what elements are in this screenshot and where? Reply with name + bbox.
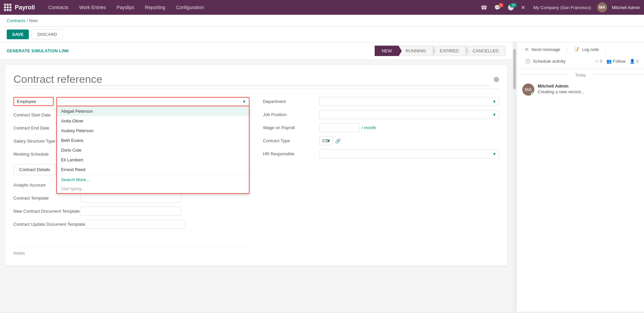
wage-input[interactable]: $0.00 [319, 123, 360, 132]
dropdown-item-4[interactable]: Doris Cole [57, 145, 249, 155]
company-name: My Company (San Francisco) [533, 5, 591, 10]
tab-contract-details[interactable]: Contract Details [13, 164, 56, 175]
log-note-label: Log note [582, 47, 599, 52]
activity-icon[interactable]: 🕐 39 [505, 4, 516, 11]
job-position-label: Job Position [263, 110, 317, 117]
log-note-icon: 📝 [574, 47, 579, 52]
status-step-running[interactable]: RUNNING [398, 46, 433, 56]
dropdown-item-1[interactable]: Anita Oliver [57, 116, 249, 126]
schedule-activity-label: Schedule activity [533, 59, 566, 64]
form-scrollbar[interactable] [513, 42, 517, 312]
hr-responsible-label: HR Responsible [263, 149, 317, 156]
department-field: Department ▼ [263, 97, 499, 106]
contract-template-label: Contract Template [13, 196, 80, 201]
new-contract-doc-template-field: New Contract Document Template [13, 207, 250, 216]
nav-configuration[interactable]: Configuration [171, 0, 209, 15]
discard-button[interactable]: DISCARD [32, 30, 63, 39]
phone-icon[interactable]: ☎ [479, 4, 489, 11]
breadcrumb-parent[interactable]: Contracts [7, 18, 25, 23]
app-brand: Payroll [15, 4, 35, 11]
contract-template-field: Contract Template [13, 194, 250, 203]
hr-responsible-field: HR Responsible ▼ [263, 149, 499, 158]
notes-label: Notes [13, 251, 250, 256]
follow-button[interactable]: 👥 Follow [606, 59, 626, 64]
form-left-col: Employee ▼ Abigail Peterson Anita Oliver… [13, 97, 250, 258]
job-position-field: Job Position ▼ [263, 110, 499, 119]
top-navigation: Payroll Contracts Work Entries Payslips … [0, 0, 644, 15]
contract-title-row [13, 73, 499, 89]
online-dot [531, 92, 534, 95]
job-position-wrapper: ▼ [319, 110, 499, 119]
dropdown-item-3[interactable]: Beth Evans [57, 136, 249, 145]
nav-contracts[interactable]: Contracts [43, 0, 74, 15]
hr-responsible-select[interactable] [319, 149, 499, 158]
form-card: Employee ▼ Abigail Peterson Anita Oliver… [5, 65, 507, 266]
start-typing-hint: Start typing... [57, 185, 249, 193]
close-icon[interactable]: ✕ [519, 4, 527, 11]
nav-work-entries[interactable]: Work Entries [74, 0, 111, 15]
send-message-button[interactable]: ✉ Send message [522, 46, 563, 53]
chatter-divider-2 [606, 46, 606, 53]
department-select[interactable] [319, 97, 499, 106]
notes-section: Notes [13, 246, 250, 256]
log-note-button[interactable]: 📝 Log note [571, 46, 601, 53]
contract-template-select[interactable] [80, 194, 181, 203]
scrollbar-thumb[interactable] [513, 49, 516, 89]
star-section: ☆ 0 [595, 59, 602, 64]
breadcrumb-separator: / [26, 18, 29, 23]
hr-responsible-wrapper: ▼ [319, 149, 499, 158]
dropdown-item-0[interactable]: Abigail Peterson [57, 106, 249, 116]
contract-type-select[interactable]: CDI [319, 136, 333, 145]
main-layout: GENERATE SIMULATION LINK NEW RUNNING EXP… [0, 42, 644, 312]
chatter-message-content-0: Mitchell Admin Creating a new record... [538, 84, 639, 96]
topnav-right-section: ☎ 💬 1 🕐 39 ✕ My Company (San Francisco) … [479, 2, 640, 12]
contract-update-doc-template-field: Contract Update Document Template [13, 220, 250, 229]
nav-payslips[interactable]: Payslips [111, 0, 140, 15]
status-bar: GENERATE SIMULATION LINK NEW RUNNING EXP… [0, 42, 513, 60]
dropdown-item-2[interactable]: Audrey Peterson [57, 126, 249, 136]
action-bar: SAVE DISCARD [0, 27, 644, 42]
star-icon[interactable]: ☆ [595, 59, 599, 64]
new-contract-doc-template-select[interactable] [80, 207, 181, 216]
wage-on-payroll-label: Wage on Payroll [263, 123, 317, 130]
department-wrapper: ▼ [319, 97, 499, 106]
username-label: Mitchell Admin [612, 5, 640, 10]
schedule-activity-button[interactable]: 🕐 Schedule activity [522, 57, 568, 65]
job-position-select[interactable] [319, 110, 499, 119]
messaging-icon[interactable]: 💬 1 [492, 4, 503, 11]
nav-reporting[interactable]: Reporting [140, 0, 171, 15]
right-panel: ✉ Send message 📝 Log note 🕐 Schedule act… [517, 42, 644, 312]
status-dot [494, 77, 499, 82]
messaging-badge: 1 [498, 3, 504, 7]
status-step-new[interactable]: NEW [375, 46, 399, 56]
contract-type-row: CDI ▼ 🔗 [319, 136, 341, 145]
employee-dropdown-open: Abigail Peterson Anita Oliver Audrey Pet… [56, 106, 250, 194]
follower-icon: 👤 [630, 59, 635, 64]
chatter-message-0: MA Mitchell Admin Creating a new record.… [517, 80, 644, 99]
search-more-button[interactable]: Search More... [57, 174, 249, 185]
save-button[interactable]: SAVE [7, 30, 29, 39]
breadcrumb: Contracts / New [0, 15, 644, 27]
today-divider: Today [517, 69, 644, 80]
send-message-label: Send message [531, 47, 560, 52]
breadcrumb-current: New [29, 18, 38, 23]
user-avatar: MA [597, 2, 607, 12]
employee-select-box[interactable]: ▼ [56, 97, 250, 106]
star-count: 0 [600, 59, 602, 64]
contract-type-external-link[interactable]: 🔗 [335, 138, 341, 144]
clock-icon: 🕐 [525, 59, 530, 64]
apps-menu-button[interactable] [4, 4, 11, 11]
contract-update-doc-template-select[interactable] [85, 220, 186, 229]
status-step-cancelled[interactable]: CANCELLED [466, 46, 506, 56]
dropdown-item-6[interactable]: Ernest Reed [57, 165, 249, 174]
dropdown-item-5[interactable]: Eli Lambert [57, 155, 249, 165]
follow-label: Follow [613, 59, 626, 64]
chatter-right-actions: ☆ 0 👥 Follow 👤 0 [595, 59, 639, 64]
status-step-expired[interactable]: EXPIRED [433, 46, 466, 56]
generate-simulation-link-button[interactable]: GENERATE SIMULATION LINK [7, 49, 69, 53]
contract-reference-input[interactable] [13, 73, 490, 86]
chatter-divider-1 [567, 46, 567, 53]
contract-update-doc-template-wrapper [85, 220, 186, 229]
today-label: Today [575, 73, 586, 77]
nav-menu: Contracts Work Entries Payslips Reportin… [43, 0, 479, 15]
